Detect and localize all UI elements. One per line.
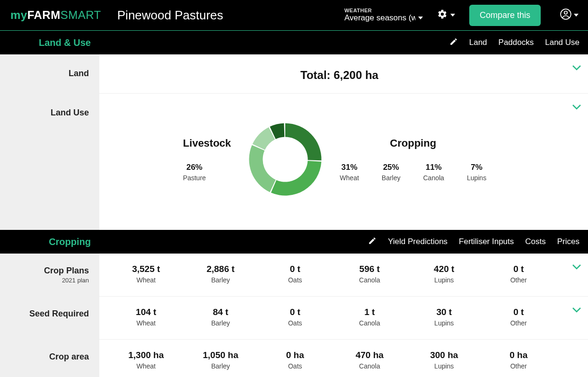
- stat-lupins: 30 tLupins: [407, 307, 482, 327]
- land-total: Total: 6,200 ha: [99, 66, 579, 82]
- chevron-down-icon: [418, 17, 423, 19]
- donut-slice-canola: [253, 127, 275, 150]
- cropping-group: Cropping 31% Wheat 25% Barley 11% Canola: [340, 137, 486, 182]
- stat-lupins: 300 haLupins: [407, 350, 482, 370]
- row-land: Land Total: 6,200 ha: [0, 54, 588, 94]
- lu-item-lupins: 7% Lupins: [467, 163, 486, 182]
- row-label-seed-required: Seed Required: [0, 297, 99, 339]
- chevron-down-icon: [572, 64, 581, 70]
- tab-paddocks[interactable]: Paddocks: [499, 38, 534, 47]
- app-logo[interactable]: myFARMSMART: [10, 9, 101, 22]
- stat-wheat: 104 tWheat: [109, 307, 184, 327]
- stat-barley: 2,886 tBarley: [184, 264, 258, 284]
- cropping-title: Cropping: [340, 137, 486, 149]
- lu-item-canola: 11% Canola: [423, 163, 444, 182]
- stat-other: 0 haOther: [482, 350, 556, 370]
- stat-wheat: 1,300 haWheat: [109, 350, 184, 370]
- section-title-land-use: Land & Use: [0, 37, 99, 48]
- row-crop-plans: Crop Plans 2021 plan 3,525 tWheat2,886 t…: [0, 254, 588, 297]
- pencil-icon[interactable]: [449, 37, 458, 48]
- user-menu-button[interactable]: [560, 8, 579, 22]
- expand-toggle-land[interactable]: [572, 64, 581, 72]
- topbar: myFARMSMART Pinewood Pastures WEATHER Av…: [0, 0, 588, 31]
- row-label-crop-plans: Crop Plans 2021 plan: [0, 254, 99, 296]
- stat-other: 0 tOther: [482, 307, 556, 327]
- livestock-group: Livestock 26% Pasture: [183, 137, 231, 182]
- tab-land-use[interactable]: Land Use: [545, 38, 579, 47]
- weather-value: Average seasons (wa: [344, 13, 415, 23]
- compare-button[interactable]: Compare this: [469, 5, 541, 26]
- pencil-icon[interactable]: [368, 237, 377, 247]
- chevron-down-icon: [572, 103, 581, 109]
- row-label-crop-area: Crop area: [0, 340, 99, 377]
- stat-oats: 0 tOats: [258, 307, 333, 327]
- chevron-down-icon: [572, 306, 581, 312]
- donut-slice-barley: [249, 145, 276, 192]
- logo-part-my: my: [10, 9, 27, 21]
- weather-label: WEATHER: [344, 8, 423, 13]
- row-label-land-use: Land Use: [0, 94, 99, 230]
- tab-land[interactable]: Land: [469, 38, 487, 47]
- section-header-land-use: Land & Use Land Paddocks Land Use: [0, 31, 588, 54]
- expand-toggle-seed-required[interactable]: [572, 306, 581, 315]
- chevron-down-icon: [572, 263, 581, 269]
- user-icon: [560, 8, 572, 22]
- stat-canola: 596 tCanola: [333, 264, 407, 284]
- logo-part-farm: FARM: [27, 9, 61, 21]
- stat-canola: 470 haCanola: [333, 350, 407, 370]
- stat-oats: 0 tOats: [258, 264, 333, 284]
- row-crop-area: Crop area 1,300 haWheat1,050 haBarley0 h…: [0, 340, 588, 377]
- section-header-cropping: Cropping Yield Predictions Fertiliser In…: [0, 230, 588, 254]
- chevron-down-icon: [450, 14, 455, 17]
- svg-point-1: [564, 11, 568, 15]
- farm-name: Pinewood Pastures: [117, 8, 223, 23]
- lu-item-wheat: 31% Wheat: [340, 163, 359, 182]
- tab-fertiliser-inputs[interactable]: Fertiliser Inputs: [459, 237, 514, 246]
- stat-oats: 0 haOats: [258, 350, 333, 370]
- stat-lupins: 420 tLupins: [407, 264, 482, 284]
- lu-item-pasture: 26% Pasture: [183, 163, 206, 182]
- section-title-cropping: Cropping: [0, 237, 99, 247]
- row-label-land: Land: [0, 54, 99, 93]
- donut-slice-wheat: [271, 161, 321, 196]
- donut-slice-pasture: [285, 123, 322, 161]
- tab-yield-predictions[interactable]: Yield Predictions: [388, 237, 448, 246]
- stat-canola: 1 tCanola: [333, 307, 407, 327]
- settings-button[interactable]: [437, 9, 455, 21]
- expand-toggle-land-use[interactable]: [572, 103, 581, 112]
- livestock-title: Livestock: [183, 137, 231, 149]
- expand-toggle-crop-plans[interactable]: [572, 263, 581, 272]
- stat-other: 0 tOther: [482, 264, 556, 284]
- chevron-down-icon: [574, 14, 579, 17]
- stat-barley: 1,050 haBarley: [184, 350, 258, 370]
- logo-part-smart: SMART: [61, 9, 101, 21]
- stat-wheat: 3,525 tWheat: [109, 264, 184, 284]
- row-seed-required: Seed Required 104 tWheat84 tBarley0 tOat…: [0, 297, 588, 340]
- row-land-use: Land Use Livestock 26% Pasture Cr: [0, 94, 588, 230]
- gear-icon: [437, 9, 448, 21]
- land-use-donut-chart: [245, 119, 325, 200]
- tab-prices[interactable]: Prices: [557, 237, 579, 246]
- tab-costs[interactable]: Costs: [525, 237, 545, 246]
- stat-barley: 84 tBarley: [184, 307, 258, 327]
- weather-selector[interactable]: WEATHER Average seasons (wa: [344, 8, 423, 23]
- lu-item-barley: 25% Barley: [382, 163, 401, 182]
